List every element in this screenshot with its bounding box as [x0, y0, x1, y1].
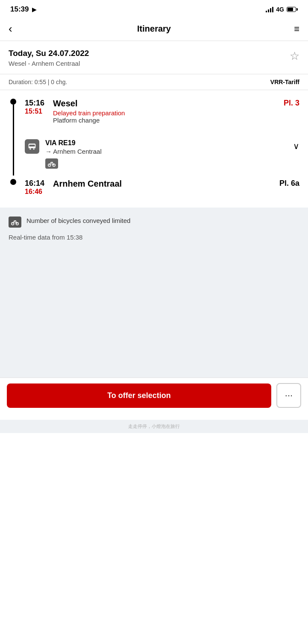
train-icon — [25, 139, 39, 154]
duration-text: Duration: 0:55 | 0 chg. — [9, 79, 67, 85]
menu-button[interactable]: ≡ — [282, 23, 299, 35]
arrival-platform-label: Pl. 6a — [279, 179, 299, 187]
segment-row: VIA RE19 → Arnhem Centraal — [25, 132, 299, 172]
departure-delay-info: Delayed train preparation Platform chang… — [53, 109, 267, 124]
departure-station: Wesel — [53, 99, 77, 108]
battery-icon — [287, 7, 298, 12]
bike-svg-info — [11, 219, 19, 225]
bike-info-icon — [9, 217, 21, 228]
svg-point-7 — [52, 162, 53, 163]
arrival-actual: 16:46 — [25, 188, 50, 196]
status-time: 15:39 ▶ — [10, 5, 36, 14]
arrival-dot — [10, 179, 16, 185]
svg-point-10 — [15, 220, 16, 221]
delay-reason: Delayed train preparation — [53, 109, 267, 117]
arrival-scheduled: 16:14 — [25, 179, 50, 188]
expand-segment-button[interactable]: ∨ — [293, 141, 299, 151]
arrival-section: 16:14 16:46 Arnhem Centraal Pl. 6a — [9, 179, 299, 199]
timeline-line-top — [13, 105, 14, 176]
bike-icon-row — [45, 158, 293, 169]
arrival-content: 16:14 16:46 Arnhem Centraal Pl. 6a — [25, 179, 299, 199]
home-indicator: 走走停停，小燈泡在旅行 — [0, 420, 308, 433]
location-icon: ▶ — [32, 6, 36, 13]
favorite-button[interactable]: ☆ — [290, 50, 299, 63]
svg-point-2 — [29, 148, 31, 149]
bike-note-text: Number of bicycles conveyed limited — [26, 216, 130, 225]
info-section: Number of bicycles conveyed limited Real… — [0, 208, 308, 249]
network-label: 4G — [276, 6, 284, 13]
departure-details: Wesel Delayed train preparation Platform… — [50, 99, 270, 124]
nav-bar: ‹ Itinerary ≡ — [0, 17, 308, 41]
journey-section: 15:16 15:51 Wesel Delayed train preparat… — [0, 90, 308, 208]
more-options-button[interactable]: ··· — [276, 383, 301, 408]
timeline-departure — [9, 99, 18, 176]
departure-content: 15:16 15:51 Wesel Delayed train preparat… — [25, 99, 299, 176]
trip-info: Today, Su 24.07.2022 Wesel - Arnhem Cent… — [9, 49, 89, 67]
platform-change: Platform change — [53, 117, 267, 124]
svg-rect-1 — [29, 145, 35, 146]
arrival-times: 16:14 16:46 — [25, 179, 50, 196]
trip-route: Wesel - Arnhem Centraal — [9, 60, 89, 67]
arrival-details: Arnhem Centraal — [50, 179, 270, 189]
arrival-platform-col: Pl. 6a — [270, 179, 299, 188]
duration-bar: Duration: 0:55 | 0 chg. VRR-Tariff — [0, 74, 308, 90]
departure-row: 15:16 15:51 Wesel Delayed train preparat… — [25, 99, 299, 124]
trip-date: Today, Su 24.07.2022 — [9, 49, 89, 58]
trip-header: Today, Su 24.07.2022 Wesel - Arnhem Cent… — [0, 41, 308, 74]
status-icons: 4G — [266, 6, 298, 13]
bike-info-row: Number of bicycles conveyed limited — [9, 216, 299, 228]
arrival-row: 16:14 16:46 Arnhem Centraal Pl. 6a — [25, 179, 299, 196]
segment-info: VIA RE19 → Arnhem Centraal — [45, 139, 293, 169]
departure-scheduled: 15:16 — [25, 99, 50, 108]
realtime-text: Real-time data from 15:38 — [9, 234, 299, 241]
offer-selection-button[interactable]: To offer selection — [7, 383, 271, 408]
train-svg — [28, 142, 36, 151]
back-button[interactable]: ‹ — [9, 22, 26, 35]
bike-svg-small — [48, 160, 56, 167]
departure-platform-label: Pl. 3 — [284, 99, 299, 107]
arrival-station: Arnhem Centraal — [53, 179, 122, 188]
content-spacer — [0, 249, 308, 378]
page-title: Itinerary — [137, 24, 171, 34]
departure-dot — [10, 99, 16, 105]
tariff-label: VRR-Tariff — [270, 79, 299, 85]
status-bar: 15:39 ▶ 4G — [0, 0, 308, 17]
destination-label: → Arnhem Centraal — [45, 148, 293, 155]
journey-timeline: 15:16 15:51 Wesel Delayed train preparat… — [9, 99, 299, 199]
departure-actual: 15:51 — [25, 108, 50, 115]
footer: To offer selection ··· — [0, 378, 308, 420]
departure-platform: Pl. 3 — [270, 99, 299, 108]
departure-section: 15:16 15:51 Wesel Delayed train preparat… — [9, 99, 299, 176]
timeline-arrival — [9, 179, 18, 199]
via-label: VIA RE19 — [45, 139, 293, 147]
departure-times: 15:16 15:51 — [25, 99, 50, 115]
svg-point-3 — [33, 148, 35, 149]
bike-icon-small — [45, 158, 58, 169]
signal-icon — [266, 6, 273, 12]
